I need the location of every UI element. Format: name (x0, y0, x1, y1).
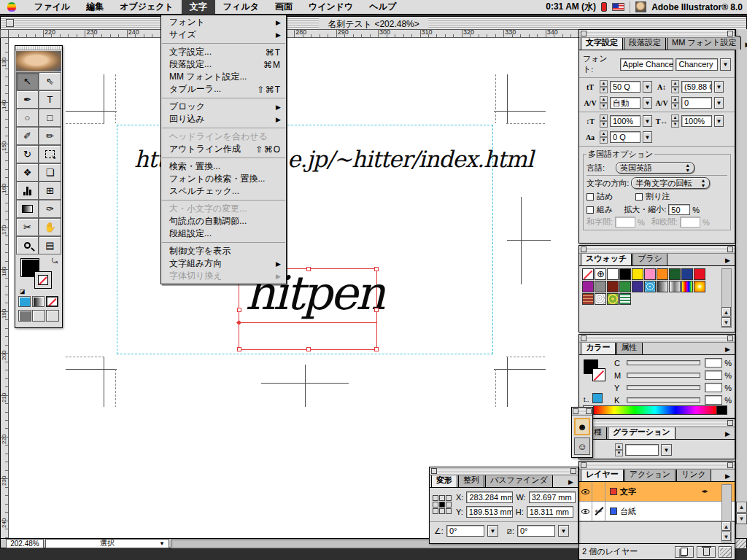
palette-shade-box[interactable] (727, 31, 733, 36)
swap-fill-stroke-icon[interactable]: ⤿ (52, 257, 58, 265)
leading-dropdown[interactable]: ▼ (714, 81, 724, 93)
menu-item-検索・置換...[interactable]: 検索・置換... (161, 160, 286, 173)
scale-field[interactable]: 50 (668, 204, 690, 215)
default-fill-stroke-icon[interactable]: ◪ (20, 288, 26, 295)
vertical-scale-stepper[interactable]: ▲▼ (600, 114, 608, 128)
font-style-field[interactable]: Chancery (676, 58, 718, 71)
free-transform-tool[interactable] (39, 145, 61, 163)
selection-handle[interactable] (374, 347, 379, 351)
color-fill-stroke[interactable] (584, 359, 611, 393)
tracking-dropdown[interactable]: ▼ (714, 97, 724, 109)
palette-resize-grip[interactable] (719, 546, 732, 558)
layer-visibility-toggle[interactable] (579, 502, 592, 521)
scissors-tool[interactable]: ✂ (16, 218, 39, 236)
swatch-maroon[interactable] (607, 281, 619, 292)
menu-item-フォントの検索・置換...[interactable]: フォントの検索・置換... (161, 173, 286, 185)
gradient-tool[interactable] (16, 200, 39, 218)
menu-item-MM フォント設定...[interactable]: MM フォント設定... (161, 71, 286, 83)
baseline-shift-dropdown[interactable]: ▼ (643, 131, 652, 143)
layer-edit-column[interactable] (592, 482, 605, 502)
window-resize-grip[interactable] (735, 539, 746, 548)
leading-stepper[interactable]: ▲▼ (671, 80, 679, 93)
gradient-value-field[interactable] (625, 444, 659, 456)
palette-menu-arrow[interactable]: ▶ (722, 255, 733, 265)
application-icon[interactable] (635, 1, 646, 12)
layer-row-台紙[interactable]: ✏台紙 (579, 502, 735, 521)
new-layer-button[interactable] (675, 546, 694, 558)
shear-field[interactable]: 0° (517, 525, 555, 537)
palette-titlebar[interactable] (579, 30, 735, 38)
fill-stroke-indicator[interactable]: ⤿ ◪ (18, 257, 59, 295)
tsume-checkbox[interactable]: 詰め (587, 191, 613, 202)
kerning-stepper[interactable]: ▲▼ (600, 96, 608, 109)
selection-handle[interactable] (306, 267, 311, 271)
swatch-registration[interactable] (595, 268, 606, 280)
swatches-scrollbar[interactable]: ▲ ▼ (721, 268, 732, 328)
channel-slider-K[interactable] (627, 397, 700, 402)
status-mode-dropdown[interactable]: 選択 ▼ (45, 539, 169, 548)
stroke-swatch-none[interactable] (592, 368, 605, 381)
spectrum-rainbow[interactable] (594, 406, 716, 414)
h-field[interactable]: 18.311 mm (527, 506, 573, 518)
menu-item-段組設定...[interactable]: 段組設定... (161, 228, 286, 240)
eyedropper-tool[interactable]: ✑ (39, 200, 61, 218)
text-direction-popup[interactable]: 半角文字の回転▲▼ (631, 177, 710, 189)
menubar-clock[interactable]: 0:31 AM (水) (546, 1, 596, 13)
apple-menu-icon[interactable] (7, 2, 16, 12)
layer-name[interactable]: 台紙 (620, 506, 636, 517)
rotate-field[interactable]: 0° (446, 525, 484, 537)
language-popup[interactable]: 英国英語▲▼ (616, 162, 694, 174)
last-color-swatch[interactable] (592, 393, 603, 403)
menu-編集[interactable]: 編集 (78, 0, 112, 15)
swatch-gray[interactable] (595, 281, 606, 292)
selection-tool[interactable]: ↖ (16, 72, 39, 90)
swatch-orange[interactable] (657, 268, 668, 280)
menu-item-ブロック[interactable]: ブロック▶ (161, 101, 286, 113)
swatch-noise-pattern[interactable] (595, 293, 606, 305)
selection-handle[interactable] (306, 347, 311, 351)
channel-value-K[interactable] (705, 395, 722, 405)
swatch-forest-green[interactable] (669, 268, 681, 280)
stroke-color-swatch[interactable] (34, 271, 52, 289)
gradient-mesh-tool[interactable]: ⊞ (39, 182, 61, 200)
w-field[interactable]: 32.697 mm (529, 491, 576, 503)
graph-tool[interactable] (16, 182, 39, 200)
reference-point-selector[interactable] (433, 495, 452, 514)
horizontal-scale-field[interactable]: 100% (681, 115, 712, 127)
spectrum-black-chip[interactable] (716, 406, 727, 414)
direct-selection-tool[interactable]: ⇖ (39, 72, 61, 90)
menu-item-フォント[interactable]: フォント▶ (161, 16, 286, 28)
x-field[interactable]: 283.284 mm (466, 491, 513, 503)
zoom-level-field[interactable]: 202.48% (6, 539, 44, 548)
palette-zoom-box[interactable] (586, 408, 592, 414)
layers-scroll-down[interactable]: ▼ (721, 532, 731, 541)
gradient-button[interactable] (32, 296, 44, 307)
swatch-brick-pattern[interactable] (582, 293, 594, 305)
color-button[interactable] (18, 296, 31, 307)
menu-文字[interactable]: 文字 (182, 0, 215, 15)
swatch-gray-gradient[interactable] (657, 281, 668, 292)
tracking-field[interactable]: 0 (681, 97, 712, 109)
layers-scrollbar[interactable]: ▲ ▼ (721, 484, 732, 542)
standard-screen-mode-button[interactable] (18, 310, 31, 322)
scroll-down-button[interactable]: ▼ (736, 513, 747, 524)
pen-tool[interactable]: ✒ (16, 90, 39, 109)
fullscreen-menu-mode-button[interactable] (32, 310, 45, 322)
palette-close-box[interactable] (573, 408, 578, 414)
rotate-dropdown[interactable]: ▼ (487, 525, 498, 537)
selection-handle[interactable] (374, 267, 379, 271)
url-text-right[interactable]: e.jp/~hitter/index.html (287, 146, 533, 172)
palette-shade-box[interactable] (727, 462, 733, 468)
swatch-cyan-dots[interactable] (644, 281, 656, 292)
menu-item-文字設定...[interactable]: 文字設定...⌘T (161, 46, 286, 58)
swatch-scroll-down[interactable]: ▼ (721, 317, 731, 327)
channel-value-C[interactable] (705, 358, 722, 368)
selection-handle[interactable] (237, 308, 241, 312)
channel-value-M[interactable] (705, 370, 722, 380)
palette-shade-box[interactable] (727, 246, 733, 252)
palette-menu-arrow[interactable]: ▶ (742, 39, 747, 50)
swatch-none[interactable] (582, 268, 594, 280)
menu-ファイル[interactable]: ファイル (26, 0, 78, 15)
menu-フィルタ[interactable]: フィルタ (215, 0, 267, 15)
horizontal-scale-stepper[interactable]: ▲▼ (671, 114, 679, 128)
